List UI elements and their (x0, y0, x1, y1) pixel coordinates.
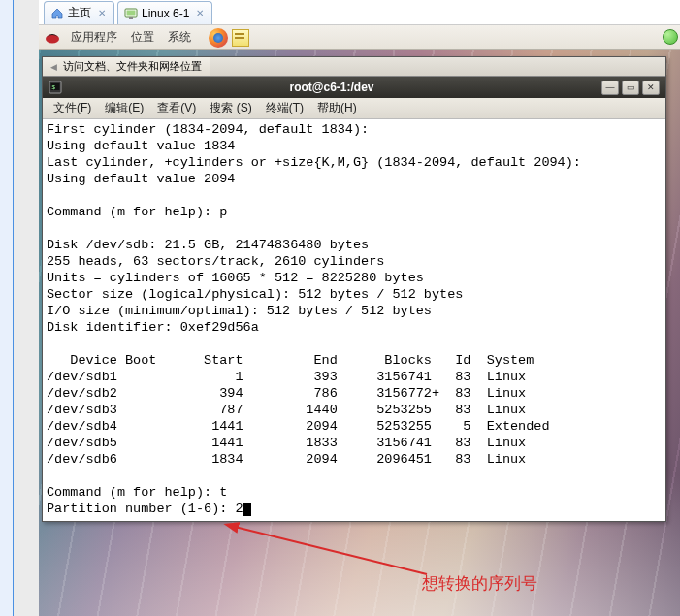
status-indicator-icon[interactable] (663, 29, 678, 45)
panel-places[interactable]: 位置 (127, 27, 158, 48)
separator-strip (14, 0, 39, 616)
terminal-tab[interactable]: ◀ 访问文档、文件夹和网络位置 (43, 57, 210, 76)
terminal-output[interactable]: First cylinder (1834-2094, default 1834)… (43, 119, 665, 521)
svg-rect-2 (129, 17, 133, 19)
close-button[interactable]: ✕ (642, 81, 660, 95)
menu-search[interactable]: 搜索 (S) (205, 98, 256, 118)
menu-help[interactable]: 帮助(H) (312, 98, 362, 118)
svg-rect-1 (127, 10, 136, 15)
home-icon (50, 7, 64, 20)
terminal-window: ◀ 访问文档、文件夹和网络位置 $ root@c6-1:/dev — ▭ ✕ 文… (42, 56, 666, 522)
svg-point-3 (46, 34, 59, 43)
terminal-menubar: 文件(F) 编辑(E) 查看(V) 搜索 (S) 终端(T) 帮助(H) (43, 98, 665, 119)
menu-view[interactable]: 查看(V) (152, 98, 201, 118)
tab-home[interactable]: 主页 ✕ (44, 1, 114, 24)
tab-home-label: 主页 (68, 5, 91, 21)
minimize-button[interactable]: — (601, 81, 619, 95)
tab-vm-label: Linux 6-1 (142, 7, 189, 20)
panel-applications[interactable]: 应用程序 (67, 27, 121, 48)
maximize-button[interactable]: ▭ (622, 81, 639, 95)
terminal-tabstrip: ◀ 访问文档、文件夹和网络位置 (43, 57, 665, 77)
terminal-titlebar[interactable]: $ root@c6-1:/dev — ▭ ✕ (43, 77, 665, 98)
terminal-title: root@c6-1:/dev (62, 81, 601, 94)
menu-terminal[interactable]: 终端(T) (261, 98, 308, 118)
menu-file[interactable]: 文件(F) (49, 98, 96, 118)
tab-home-close[interactable]: ✕ (98, 8, 106, 18)
left-edge-strip (0, 0, 14, 616)
terminal-tab-label: 访问文档、文件夹和网络位置 (63, 59, 202, 74)
gnome-panel: 应用程序 位置 系统 (39, 25, 680, 50)
tab-vm[interactable]: Linux 6-1 ✕ (117, 1, 212, 24)
terminal-app-icon: $ (49, 81, 62, 94)
firefox-icon[interactable] (209, 28, 228, 48)
menu-edit[interactable]: 编辑(E) (100, 98, 148, 118)
vm-icon (124, 7, 138, 20)
vm-viewport: 主页 ✕ Linux 6-1 ✕ 应用程序 位置 系统 ◀ 访 (39, 0, 680, 616)
terminal-cursor (243, 503, 251, 516)
tab-vm-close[interactable]: ✕ (196, 8, 204, 18)
panel-system[interactable]: 系统 (164, 27, 195, 48)
vmware-tabbar: 主页 ✕ Linux 6-1 ✕ (39, 0, 680, 25)
redhat-logo-icon (44, 29, 61, 47)
notes-icon[interactable] (232, 29, 249, 47)
terminal-tab-close[interactable]: ◀ (50, 62, 60, 72)
annotation-text: 想转换的序列号 (422, 572, 537, 595)
